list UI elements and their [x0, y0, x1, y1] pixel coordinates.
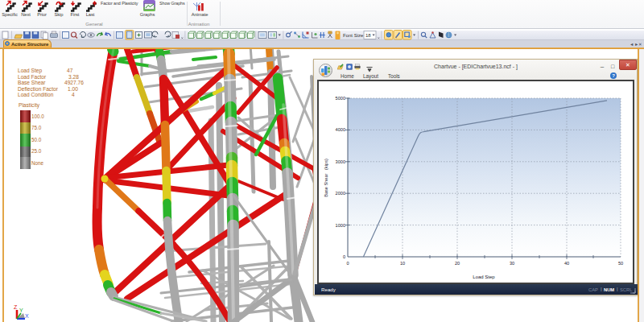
svg-text:10: 10 — [400, 261, 405, 266]
svg-text:Y: Y — [19, 308, 23, 313]
svg-text:1000: 1000 — [336, 223, 345, 228]
svg-text:X: X — [25, 313, 29, 319]
svg-text:50: 50 — [618, 261, 623, 266]
svg-text:Z: Z — [14, 304, 18, 310]
svg-text:0: 0 — [346, 261, 349, 266]
svg-text:3000: 3000 — [336, 159, 345, 164]
svg-text:Load Step: Load Step — [473, 275, 495, 279]
svg-text:40: 40 — [564, 261, 569, 266]
svg-text:20: 20 — [455, 261, 460, 266]
svg-text:30: 30 — [510, 261, 514, 266]
svg-text:2000: 2000 — [336, 191, 345, 196]
svg-text:4000: 4000 — [336, 127, 345, 132]
svg-text:Base Shear (kips): Base Shear (kips) — [324, 159, 328, 197]
svg-text:5000: 5000 — [336, 96, 345, 101]
svg-text:0: 0 — [343, 254, 345, 259]
